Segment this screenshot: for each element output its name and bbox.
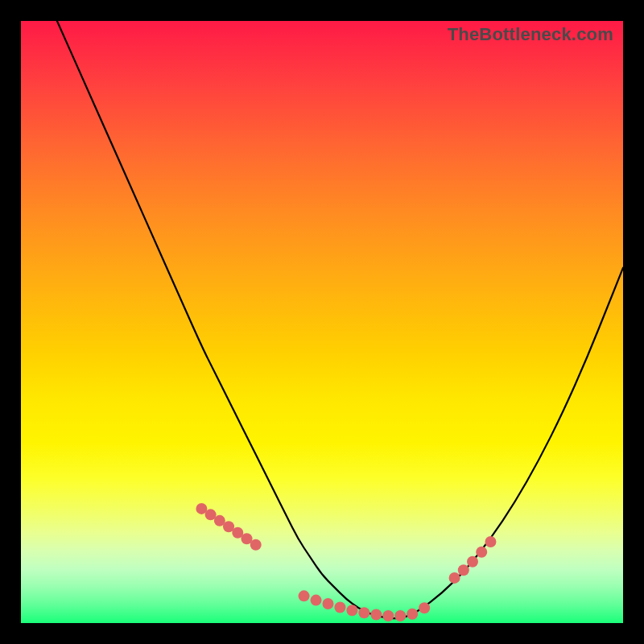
data-marker [358,607,369,618]
curve-svg [21,21,623,623]
chart-container: TheBottleneck.com [0,0,644,644]
data-marker [485,536,496,547]
data-marker [419,602,430,613]
data-marker [382,610,394,621]
plot-area: TheBottleneck.com [21,21,623,623]
data-marker [334,602,345,613]
data-marker [299,590,310,601]
data-marker [449,572,460,584]
data-marker [370,609,382,621]
data-marker [407,609,418,620]
data-markers [196,503,496,621]
data-marker [346,605,357,616]
data-marker [458,564,469,576]
data-marker [467,556,478,568]
data-marker [394,610,406,621]
data-marker [322,598,333,609]
data-marker [250,539,262,551]
bottleneck-curve [57,21,623,618]
data-marker [311,595,322,606]
data-marker [476,547,487,558]
